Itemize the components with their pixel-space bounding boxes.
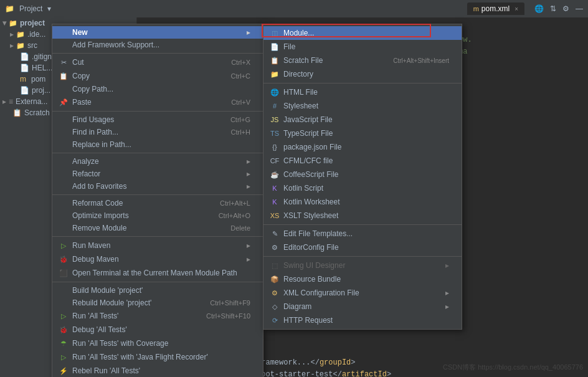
context-menu-item-add-favorites[interactable]: Add to Favorites ▸ [52,180,263,193]
title-bar: 📁 Project ▾ m pom.xml × 🌐 ⇅ ⚙ — [0,0,588,17]
tree-root-label: project [20,19,45,27]
run-maven-arrow-icon: ▸ [247,241,250,250]
directory-label: Directory [283,70,313,79]
context-menu-item-rebuild[interactable]: Rebuild Module 'project' Ctrl+Shift+F9 [52,297,263,309]
git-file-icon: 📄 [20,52,29,61]
submenu-item-typescript[interactable]: TS TypeScript File [263,126,462,140]
context-menu-item-reformat[interactable]: Reformat Code Ctrl+Alt+L [52,197,263,209]
pom-tab[interactable]: m pom.xml × [467,2,524,15]
context-menu-item-run-coverage[interactable]: ☂ Run 'All Tests' with Coverage [52,336,263,350]
context-menu-item-copy-path[interactable]: Copy Path... [52,83,263,95]
find-usages-shortcut: Ctrl+G [218,116,250,123]
context-menu-item-debug-maven[interactable]: 🐞 Debug Maven ▸ [52,252,263,266]
submenu-item-module[interactable]: ◫ Module... [263,26,462,40]
context-menu-item-run-maven[interactable]: ▷ Run Maven ▸ [52,239,263,252]
context-menu-item-analyze[interactable]: Analyze ▸ [52,155,263,168]
submenu-item-xml-config[interactable]: ⚙ XML Configuration File ▸ [263,286,462,300]
submenu-item-xslt[interactable]: XS XSLT Stylesheet [263,209,462,222]
context-menu-item-rebel-run[interactable]: ⚡ Rebel Run 'All Tests' [52,364,263,377]
ide-folder-icon: 📁 [16,31,25,39]
context-menu-item-java-flight[interactable]: ▷ Run 'All Tests' with 'Java Flight Reco… [52,350,263,364]
context-menu-item-new[interactable]: New ▸ [52,26,263,39]
submenu-item-file[interactable]: 📄 File [263,40,462,54]
xml-config-label: XML Configuration File [283,289,359,297]
java-flight-label: Run 'All Tests' with 'Java Flight Record… [72,353,208,361]
external-arrow-icon: ▸ [2,97,6,106]
src-folder-icon: 📁 [16,42,25,50]
context-menu-item-build-module[interactable]: Build Module 'project' [52,284,263,297]
submenu-item-scratch-file[interactable]: 📋 Scratch File Ctrl+Alt+Shift+Insert [263,54,462,67]
debug-maven-label: Debug Maven [72,255,119,264]
globe-icon[interactable]: 🌐 [534,4,544,13]
rebuild-shortcut: Ctrl+Shift+F9 [197,299,250,307]
proj-file-icon: 📄 [20,86,29,95]
submenu-item-kotlin-worksheet[interactable]: K Kotlin Worksheet [263,195,462,209]
context-menu-item-run-tests[interactable]: ▷ Run 'All Tests' Ctrl+Shift+F10 [52,309,263,323]
run-tests-icon: ▷ [59,311,69,321]
context-menu-item-add-framework[interactable]: Add Framework Support... [52,39,263,51]
context-menu-item-refactor[interactable]: Refactor ▸ [52,168,263,180]
coverage-label: Run 'All Tests' with Coverage [72,339,168,348]
project-folder-icon: 📁 [9,19,17,27]
js-icon: JS [270,115,280,125]
submenu-item-stylesheet[interactable]: # Stylesheet [263,99,462,113]
submenu-item-javascript[interactable]: JS JavaScript File [263,113,462,126]
reformat-shortcut: Ctrl+Alt+L [207,199,250,207]
tab-label: pom.xml [481,4,510,13]
project-label: Project [19,4,42,13]
context-menu-item-find-usages[interactable]: Find Usages Ctrl+G [52,113,263,126]
context-menu-item-copy[interactable]: 📋 Copy Ctrl+C [52,69,263,83]
submenu-item-cfml[interactable]: CF CFML/CFC file [263,154,462,168]
rebel-run-icon: ⚡ [59,366,69,376]
context-menu-item-replace-in-path[interactable]: Replace in Path... [52,138,263,151]
submenu-item-package-json[interactable]: {} package.json File [263,140,462,154]
css-icon: # [270,101,280,111]
ts-icon: TS [270,128,280,138]
editorconfig-label: EditorConfig File [283,243,339,252]
file-label: File [283,42,295,51]
context-menu-item-find-in-path[interactable]: Find in Path... Ctrl+H [52,126,263,138]
separator-4 [52,194,263,195]
submenu-item-coffeescript[interactable]: ☕ CoffeeScript File [263,168,462,181]
context-menu-item-remove-module[interactable]: Remove Module Delete [52,222,263,234]
replace-in-path-label: Replace in Path... [72,140,131,149]
context-menu-item-cut[interactable]: ✂ Cut Ctrl+X [52,55,263,69]
tab-close-icon[interactable]: × [514,6,518,12]
title-bar-tabs: m pom.xml × [467,2,524,15]
scratch-file-label: Scratch File [283,56,323,65]
title-bar-icons: 🌐 ⇅ ⚙ — [534,4,583,13]
submenu-item-http-request[interactable]: ⟳ HTTP Request [263,313,462,327]
submenu-item-directory[interactable]: 📁 Directory [263,67,462,81]
context-menu-item-debug-tests[interactable]: 🐞 Debug 'All Tests' [52,323,263,336]
cfml-icon: CF [270,156,280,166]
project-icon: 📁 [5,4,14,13]
javascript-label: JavaScript File [283,115,333,124]
dropdown-icon[interactable]: ▾ [47,4,51,13]
refactor-label: Refactor [72,169,100,178]
new-arrow-icon: ▸ [247,28,250,37]
context-menu-item-open-terminal[interactable]: ⬛ Open Terminal at the Current Maven Mod… [52,266,263,280]
submenu-item-edit-templates[interactable]: ✎ Edit File Templates... [263,227,462,241]
submenu-item-resource-bundle[interactable]: 📦 Resource Bundle [263,272,462,286]
submenu-item-html[interactable]: 🌐 HTML File [263,85,462,99]
submenu-item-diagram[interactable]: ◇ Diagram ▸ [263,300,462,313]
add-framework-label: Add Framework Support... [72,41,159,49]
minimize-icon[interactable]: — [576,4,583,13]
optimize-shortcut: Ctrl+Alt+O [206,212,250,219]
kotlin-worksheet-label: Kotlin Worksheet [283,198,340,206]
submenu-item-swing[interactable]: ⬚ Swing UI Designer ▸ [263,259,462,272]
context-menu-item-paste[interactable]: 📌 Paste Ctrl+V [52,95,263,109]
submenu-item-kotlin-script[interactable]: K Kotlin Script [263,181,462,195]
submenu-item-editorconfig[interactable]: ⚙ EditorConfig File [263,241,462,254]
sync-icon[interactable]: ⇅ [550,4,556,13]
analyze-arrow-icon: ▸ [247,157,250,166]
context-menu-item-optimize[interactable]: Optimize Imports Ctrl+Alt+O [52,209,263,222]
add-fav-label: Add to Favorites [72,182,126,191]
java-flight-icon: ▷ [59,352,69,362]
directory-icon: 📁 [270,69,280,79]
external-label: Externa... [16,97,47,106]
diagram-label: Diagram [283,302,311,311]
debug-tests-icon: 🐞 [59,325,69,335]
run-tests-shortcut: Ctrl+Shift+F10 [194,312,250,320]
settings-icon[interactable]: ⚙ [562,4,569,13]
